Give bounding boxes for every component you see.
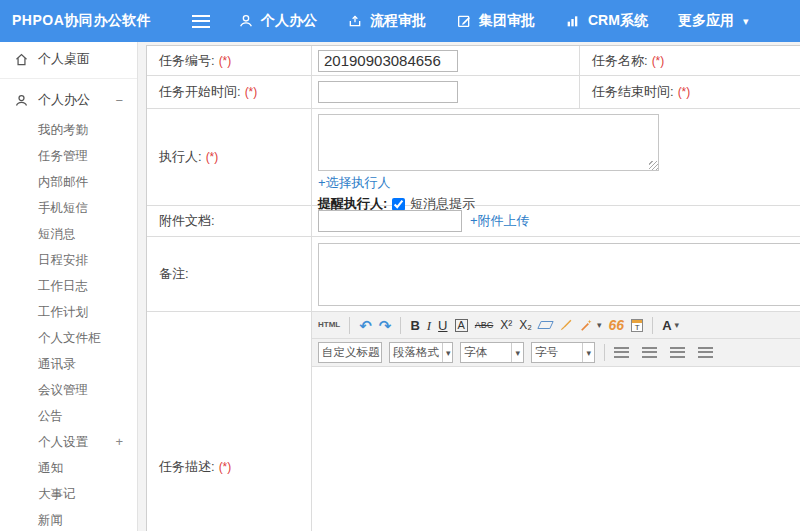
caret-down-icon: ▾ xyxy=(675,321,680,330)
nav-personal-office[interactable]: 个人办公 xyxy=(238,12,317,30)
sidebar-item-label: 新闻 xyxy=(38,513,63,527)
sidebar-item-work-log[interactable]: 工作日志 xyxy=(0,273,137,299)
attachment-input[interactable] xyxy=(318,210,462,232)
task-number-label: 任务编号: (*) xyxy=(147,46,312,75)
sidebar-item-personal-settings[interactable]: 个人设置 + xyxy=(0,429,137,455)
sidebar-item-schedule[interactable]: 日程安排 xyxy=(0,247,137,273)
italic-button[interactable]: I xyxy=(427,319,431,332)
html-source-button[interactable]: HTML xyxy=(318,321,340,329)
start-time-input[interactable] xyxy=(318,81,458,103)
divider xyxy=(652,317,653,334)
sidebar-item-task-management[interactable]: 任务管理 xyxy=(0,143,137,169)
sidebar-item-label: 任务管理 xyxy=(38,149,88,163)
sidebar-item-short-message[interactable]: 短消息 xyxy=(0,221,137,247)
divider xyxy=(604,344,605,361)
sidebar-item-news[interactable]: 新闻 xyxy=(0,507,137,531)
brush-glyph xyxy=(559,318,573,332)
align-justify-icon[interactable] xyxy=(698,347,713,358)
redo-icon[interactable]: ↷ xyxy=(379,318,392,333)
caret-down-icon: ▾ xyxy=(582,343,591,362)
label-text: 任务结束时间: xyxy=(592,83,674,101)
brush-icon[interactable] xyxy=(559,318,573,332)
remark-textarea[interactable] xyxy=(318,243,800,306)
sidebar-item-file-cabinet[interactable]: 个人文件柜 xyxy=(0,325,137,351)
description-label: 任务描述: (*) xyxy=(147,312,312,531)
custom-title-dropdown[interactable]: 自定义标题 ▾ xyxy=(318,342,382,363)
expand-plus-icon[interactable]: + xyxy=(115,429,123,455)
form-row-start-time: 任务开始时间: (*) 任务结束时间: (*) xyxy=(147,76,800,109)
nav-group-approval[interactable]: 集团审批 xyxy=(456,12,535,30)
select-executor-link[interactable]: +选择执行人 xyxy=(318,174,391,192)
strikethrough-button[interactable]: ABC xyxy=(475,321,494,330)
font-color-button[interactable]: A ▾ xyxy=(662,319,679,332)
sidebar-item-label: 通知 xyxy=(38,461,63,475)
align-left-icon[interactable] xyxy=(614,347,629,358)
executor-textarea[interactable] xyxy=(318,114,659,171)
caret-down-icon: ▾ xyxy=(511,343,520,362)
form-row-remark: 备注: xyxy=(147,237,800,312)
editor-toolbar-row1: HTML ↶ ↷ B I U A ABC X² X₂ ▾ xyxy=(312,312,800,339)
undo-icon[interactable]: ↶ xyxy=(359,318,372,333)
required-mark: (*) xyxy=(206,150,219,164)
nav-workflow-approval[interactable]: 流程审批 xyxy=(347,12,426,30)
sidebar-item-memorabilia[interactable]: 大事记 xyxy=(0,481,137,507)
sidebar-item-announcement[interactable]: 公告 xyxy=(0,403,137,429)
superscript-button[interactable]: X² xyxy=(500,319,512,331)
task-number-input[interactable] xyxy=(318,50,458,72)
home-icon xyxy=(14,52,29,67)
sidebar-item-mobile-sms[interactable]: 手机短信 xyxy=(0,195,137,221)
sidebar-item-label: 工作日志 xyxy=(38,279,88,293)
nav-more-apps[interactable]: 更多应用 ▾ xyxy=(678,12,749,30)
top-bar: PHPOA协同办公软件 个人办公 流程审批 集团审批 CRM系统 更多应用 ▾ xyxy=(0,0,800,42)
underline-button[interactable]: U xyxy=(438,319,447,332)
paragraph-format-dropdown[interactable]: 段落格式 ▾ xyxy=(389,342,453,363)
sidebar-item-label: 短消息 xyxy=(38,227,76,241)
editor-content-area[interactable] xyxy=(312,367,800,531)
start-time-cell xyxy=(312,76,580,108)
font-size-dropdown[interactable]: 字号 ▾ xyxy=(531,342,595,363)
caret-down-icon: ▾ xyxy=(442,343,451,362)
nav-label: 更多应用 xyxy=(678,12,734,30)
start-time-label: 任务开始时间: (*) xyxy=(147,76,312,108)
upload-arrow-icon xyxy=(347,13,363,29)
eraser-shape xyxy=(537,321,554,329)
publish-task-form: 任务编号: (*) 任务名称: (*) 任务开始时间: (*) 任务结束时间: … xyxy=(146,45,800,531)
collapse-minus-icon[interactable]: − xyxy=(115,93,123,108)
sidebar-item-contacts[interactable]: 通讯录 xyxy=(0,351,137,377)
font-style-button[interactable]: A xyxy=(455,319,468,332)
sidebar-item-meeting-management[interactable]: 会议管理 xyxy=(0,377,137,403)
label-text: 执行人: xyxy=(159,148,202,166)
remark-label: 备注: xyxy=(147,237,312,311)
paste-text-icon[interactable]: T xyxy=(631,319,643,332)
divider xyxy=(400,317,401,334)
subscript-button[interactable]: X₂ xyxy=(519,319,532,331)
bold-button[interactable]: B xyxy=(410,319,419,332)
sidebar-item-label: 个人桌面 xyxy=(38,50,90,68)
attachment-upload-link[interactable]: +附件上传 xyxy=(470,212,530,230)
sidebar-item-attendance[interactable]: 我的考勤 xyxy=(0,117,137,143)
required-mark: (*) xyxy=(678,85,691,99)
sidebar-item-work-plan[interactable]: 工作计划 xyxy=(0,299,137,325)
blockquote-button[interactable]: 66 xyxy=(609,318,625,332)
sidebar-item-label: 手机短信 xyxy=(38,201,88,215)
sidebar-item-desktop[interactable]: 个人桌面 xyxy=(0,42,137,76)
sidebar-item-personal-office[interactable]: 个人办公 − xyxy=(0,83,137,117)
resize-grip-icon[interactable] xyxy=(649,161,658,170)
align-center-icon[interactable] xyxy=(642,347,657,358)
form-row-task-number: 任务编号: (*) 任务名称: (*) xyxy=(147,46,800,76)
sidebar-item-label: 个人设置 xyxy=(38,435,88,449)
sidebar-item-notice[interactable]: 通知 xyxy=(0,455,137,481)
magic-wand-icon[interactable]: ▾ xyxy=(580,318,602,332)
nav-crm-system[interactable]: CRM系统 xyxy=(565,12,648,30)
font-family-dropdown[interactable]: 字体 ▾ xyxy=(460,342,524,363)
rich-text-editor: HTML ↶ ↷ B I U A ABC X² X₂ ▾ xyxy=(312,312,800,531)
label-text: 任务开始时间: xyxy=(159,83,241,101)
hamburger-menu-icon[interactable] xyxy=(192,15,210,28)
person-icon xyxy=(238,13,254,29)
executor-label: 执行人: (*) xyxy=(147,109,312,205)
sidebar-item-internal-mail[interactable]: 内部邮件 xyxy=(0,169,137,195)
align-right-icon[interactable] xyxy=(670,347,685,358)
eraser-icon[interactable] xyxy=(539,321,552,329)
required-mark: (*) xyxy=(219,460,232,474)
task-number-cell xyxy=(312,46,580,75)
